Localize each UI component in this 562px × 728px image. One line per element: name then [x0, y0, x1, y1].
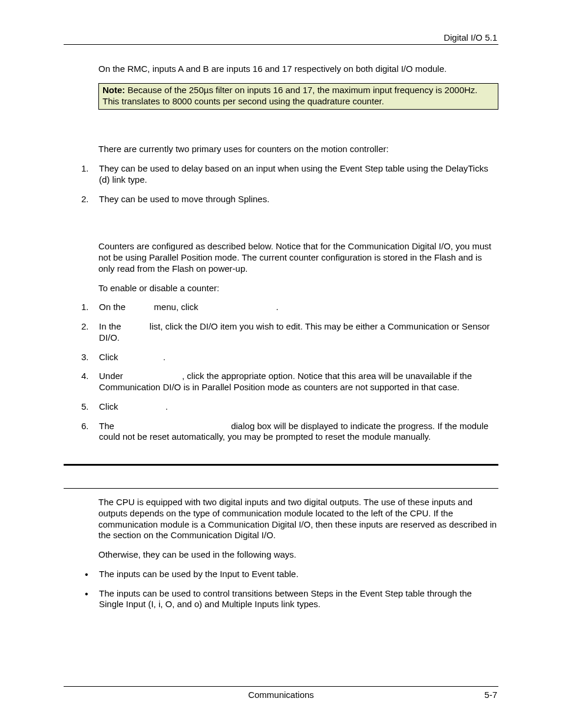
list-text: On the menu, click .	[99, 302, 279, 312]
paragraph: There are currently two primary uses for…	[98, 144, 498, 155]
bullet-list: The inputs can be used by the Input to E…	[81, 569, 498, 610]
paragraph: Otherwise, they can be used in the follo…	[98, 549, 498, 561]
list-text: The inputs can be used by the Input to E…	[99, 569, 299, 579]
list-item: 6.The dialog box will be displayed to in…	[81, 421, 498, 443]
page: Digital I/O 5.1 On the RMC, inputs A and…	[0, 0, 562, 728]
list-text: The dialog box will be displayed to indi…	[99, 421, 488, 442]
list-item: 5.Click .	[81, 401, 498, 413]
note-box: Note: Because of the 250µs filter on inp…	[98, 83, 498, 110]
footer-rule	[64, 686, 498, 687]
thick-rule	[64, 464, 498, 466]
header-right: Digital I/O 5.1	[444, 32, 497, 42]
list-item: 1.They can be used to delay based on an …	[81, 163, 498, 186]
list-text: Click .	[99, 352, 166, 362]
paragraph: Counters are configured as described bel…	[98, 241, 498, 274]
paragraph: To enable or disable a counter:	[98, 283, 498, 294]
ordered-list: 1.On the menu, click . 2.In the list, cl…	[81, 302, 498, 443]
header-rule	[64, 44, 498, 45]
list-text: The inputs can be used to control transi…	[99, 588, 472, 610]
paragraph: The CPU is equipped with two digital inp…	[98, 497, 498, 541]
paragraph: On the RMC, inputs A and B are inputs 16…	[98, 64, 498, 75]
list-item: 1.On the menu, click .	[81, 302, 498, 313]
list-item: The inputs can be used by the Input to E…	[81, 569, 498, 580]
footer-page-number: 5-7	[484, 690, 497, 700]
list-item: 4.Under , click the appropriate option. …	[81, 371, 498, 393]
footer-center: Communications	[0, 690, 562, 700]
list-text: They can be used to move through Splines…	[99, 194, 269, 204]
content-area: On the RMC, inputs A and B are inputs 16…	[64, 64, 498, 618]
list-text: They can be used to delay based on an in…	[99, 163, 488, 185]
section-heading-area	[64, 464, 498, 489]
list-item: 3.Click .	[81, 352, 498, 363]
note-text: Because of the 250µs filter on inputs 16…	[103, 85, 477, 106]
list-text: Click .	[99, 401, 168, 411]
note-label: Note:	[103, 85, 125, 95]
list-item: 2.They can be used to move through Splin…	[81, 194, 498, 205]
list-item: The inputs can be used to control transi…	[81, 588, 498, 611]
thin-rule	[64, 488, 498, 489]
list-text: In the list, click the DI/O item you wis…	[99, 321, 490, 342]
list-text: Under , click the appropriate option. No…	[99, 371, 472, 392]
list-item: 2.In the list, click the DI/O item you w…	[81, 321, 498, 344]
ordered-list: 1.They can be used to delay based on an …	[81, 163, 498, 205]
